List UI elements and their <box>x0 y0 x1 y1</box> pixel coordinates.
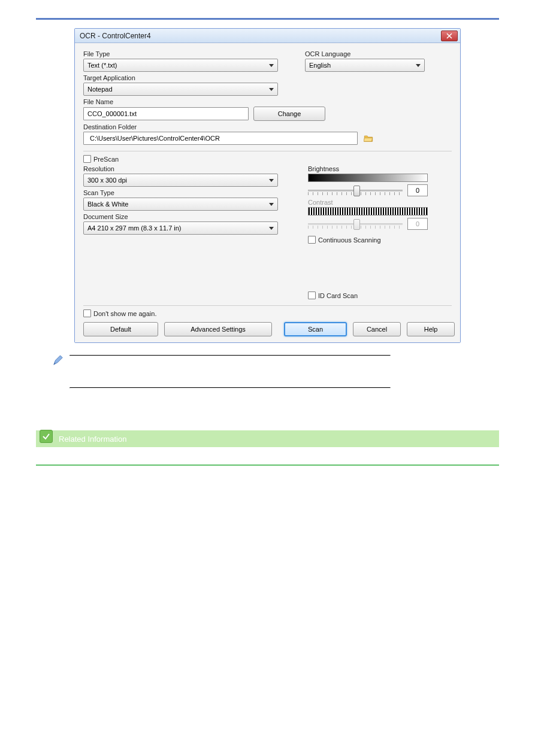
brightness-gradient <box>308 174 428 182</box>
browse-folder-icon[interactable] <box>364 134 373 142</box>
scan-button-label: Scan <box>308 326 323 333</box>
close-icon <box>446 33 452 39</box>
contrast-gradient <box>308 207 428 215</box>
file-name-label: File Name <box>83 98 452 105</box>
cancel-button[interactable]: Cancel <box>353 322 401 336</box>
contrast-label: Contrast <box>308 199 428 206</box>
file-type-label: File Type <box>83 50 281 57</box>
contrast-value: 0 <box>407 218 428 230</box>
cancel-button-label: Cancel <box>367 326 387 333</box>
document-size-label: Document Size <box>83 213 278 220</box>
file-name-input[interactable] <box>83 107 249 120</box>
continuous-scanning-label: Continuous Scanning <box>318 236 381 244</box>
target-app-combo[interactable]: Notepad <box>83 83 278 96</box>
check-icon <box>42 432 50 441</box>
related-item: Scan Using ControlCenter4 Advanced Mode … <box>54 451 499 460</box>
target-app-value: Notepad <box>87 86 113 93</box>
related-info-label: Related Information <box>59 435 126 444</box>
scan-button[interactable]: Scan <box>284 322 347 336</box>
destination-folder-label: Destination Folder <box>83 123 452 130</box>
default-button[interactable]: Default <box>83 322 158 336</box>
dont-show-label: Don't show me again. <box>93 310 156 317</box>
check-badge <box>40 430 53 443</box>
prescan-checkbox[interactable] <box>83 155 91 163</box>
note-text-1: To save the settings as a shortcut, clic… <box>69 356 391 387</box>
help-button-label: Help <box>424 326 438 333</box>
step-8-desc: The machine starts scanning, and the sca… <box>66 403 499 412</box>
prescan-label: PreScan <box>93 156 119 163</box>
scan-type-combo[interactable]: Black & White <box>83 198 278 211</box>
scan-type-value: Black & White <box>87 201 128 208</box>
document-size-value: A4 210 x 297 mm (8.3 x 11.7 in) <box>87 224 182 232</box>
related-info-bar: Related Information <box>36 430 499 447</box>
related-bottom-rule <box>36 464 499 466</box>
resolution-combo[interactable]: 300 x 300 dpi <box>83 174 278 187</box>
resolution-label: Resolution <box>83 165 278 172</box>
page-top-rule <box>36 18 499 20</box>
dont-show-checkbox[interactable] <box>83 309 91 317</box>
separator-1 <box>83 151 452 151</box>
step-8: 8. Click Scan. <box>53 394 499 403</box>
default-button-label: Default <box>110 326 131 333</box>
help-button[interactable]: Help <box>407 322 455 336</box>
ocr-language-label: OCR Language <box>305 50 425 57</box>
change-button-label: Change <box>278 110 301 117</box>
contrast-thumb <box>353 219 360 230</box>
advanced-settings-label: Advanced Settings <box>191 326 246 333</box>
document-size-combo[interactable]: A4 210 x 297 mm (8.3 x 11.7 in) <box>83 221 278 235</box>
close-button[interactable] <box>441 31 458 41</box>
continuous-scanning-row: Continuous Scanning <box>308 236 428 244</box>
brightness-slider[interactable] <box>308 184 403 196</box>
file-type-combo[interactable]: Text (*.txt) <box>83 59 278 72</box>
pencil-icon <box>53 355 64 366</box>
contrast-slider <box>308 218 403 230</box>
change-button[interactable]: Change <box>253 107 325 121</box>
file-type-value: Text (*.txt) <box>87 62 117 69</box>
ocr-language-combo[interactable]: English <box>305 59 425 72</box>
titlebar: OCR - ControlCenter4 <box>75 29 460 43</box>
scan-type-label: Scan Type <box>83 189 278 196</box>
continuous-scanning-checkbox[interactable] <box>308 236 316 244</box>
prescan-checkbox-row: PreScan <box>83 155 452 163</box>
destination-folder-input[interactable] <box>83 132 358 145</box>
brightness-thumb[interactable] <box>353 186 360 196</box>
note-block-1: To save the settings as a shortcut, clic… <box>53 355 388 388</box>
ocr-language-value: English <box>309 62 331 69</box>
idcard-scan-checkbox[interactable] <box>308 292 316 299</box>
separator-2 <box>83 305 452 306</box>
target-app-label: Target Application <box>83 74 452 81</box>
idcard-scan-row: ID Card Scan <box>308 292 428 299</box>
idcard-scan-label: ID Card Scan <box>318 292 358 299</box>
resolution-value: 300 x 300 dpi <box>87 177 127 184</box>
advanced-settings-button[interactable]: Advanced Settings <box>164 322 272 336</box>
brightness-value: 0 <box>407 184 428 196</box>
ocr-dialog: OCR - ControlCenter4 File Type Text (*.t… <box>74 28 461 343</box>
note-rule-bottom-1 <box>69 387 391 388</box>
dont-show-row: Don't show me again. <box>83 309 452 317</box>
dialog-title: OCR - ControlCenter4 <box>80 32 151 40</box>
brightness-label: Brightness <box>308 165 428 172</box>
